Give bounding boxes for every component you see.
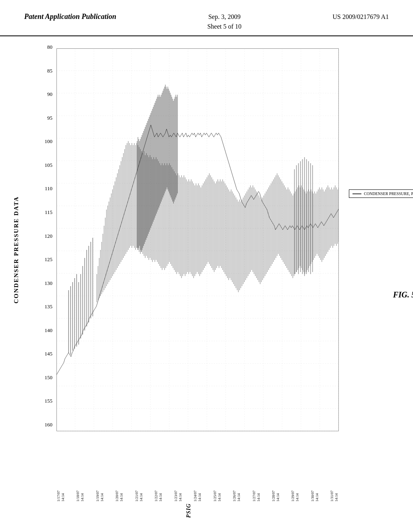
y-tick-110: 110 xyxy=(45,186,52,191)
y-tick-115: 115 xyxy=(45,210,52,215)
y-tick-105: 105 xyxy=(45,162,53,168)
x-tick-14: 1/30/0714:14 xyxy=(311,490,319,502)
y-tick-100: 100 xyxy=(45,139,53,144)
x-tick-4: 1/20/0714:14 xyxy=(115,490,124,502)
x-tick-13: 1/29/0714:14 xyxy=(291,490,300,502)
y-tick-85: 85 xyxy=(47,68,52,73)
legend-line-icon xyxy=(353,193,361,194)
chart-wrapper: 160 155 150 145 140 135 130 125 120 115 … xyxy=(32,44,395,520)
y-tick-130: 130 xyxy=(45,281,53,286)
y-tick-160: 160 xyxy=(45,422,53,427)
x-tick-2: 1/18/0714:14 xyxy=(76,490,85,502)
page-header: Patent Application Publication Sep. 3, 2… xyxy=(0,0,413,36)
chart-legend: CONDENSER PRESSURE, PSIG xyxy=(349,189,413,198)
x-tick-3: 1/19/0714:14 xyxy=(96,490,104,502)
x-tick-6: 1/22/0714:14 xyxy=(154,490,163,502)
publication-title: Patent Application Publication xyxy=(24,12,116,21)
y-tick-140: 140 xyxy=(45,328,53,333)
x-tick-7: 1/23/0714:14 xyxy=(174,490,183,502)
y-tick-155: 155 xyxy=(45,398,53,403)
x-tick-8: 1/24/0714:14 xyxy=(193,490,202,502)
y-tick-135: 135 xyxy=(45,304,53,309)
pressure-chart-svg xyxy=(56,48,339,431)
psig-label: PSIG xyxy=(186,503,192,518)
patent-number: US 2009/0217679 A1 xyxy=(332,12,389,22)
header-center: Sep. 3, 2009 Sheet 5 of 10 xyxy=(207,12,242,31)
y-tick-145: 145 xyxy=(45,351,53,356)
x-tick-15: 1/31/0714:14 xyxy=(330,490,339,502)
figure-label: FIG. 5 xyxy=(393,290,413,299)
y-tick-90: 90 xyxy=(47,91,52,97)
y-tick-80: 80 xyxy=(47,44,52,50)
y-tick-120: 120 xyxy=(45,233,53,239)
x-tick-1: 1/17/0714:14 xyxy=(56,490,65,502)
main-content: CONDENSER PRESSURE DATA 160 155 150 145 … xyxy=(0,36,413,532)
x-tick-10: 1/26/0714:14 xyxy=(232,490,241,502)
x-tick-12: 1/28/0714:14 xyxy=(271,490,280,502)
y-axis-ticks: 160 155 150 145 140 135 130 125 120 115 … xyxy=(32,44,54,427)
sheet-info: Sheet 5 of 10 xyxy=(207,23,242,30)
y-axis-label: CONDENSER PRESSURE DATA xyxy=(4,69,28,431)
legend-text: CONDENSER PRESSURE, PSIG xyxy=(364,191,413,196)
x-tick-11: 1/27/0714:14 xyxy=(252,490,261,502)
chart-svg-container: 1/17/0714:14 1/18/0714:14 1/19/0714:14 1… xyxy=(56,48,339,431)
y-tick-125: 125 xyxy=(45,257,53,262)
publication-date: Sep. 3, 2009 xyxy=(208,13,240,20)
y-tick-150: 150 xyxy=(45,375,53,380)
x-tick-5: 1/21/0714:14 xyxy=(135,490,144,502)
x-tick-9: 1/25/0714:14 xyxy=(213,490,222,502)
y-tick-95: 95 xyxy=(47,115,52,121)
